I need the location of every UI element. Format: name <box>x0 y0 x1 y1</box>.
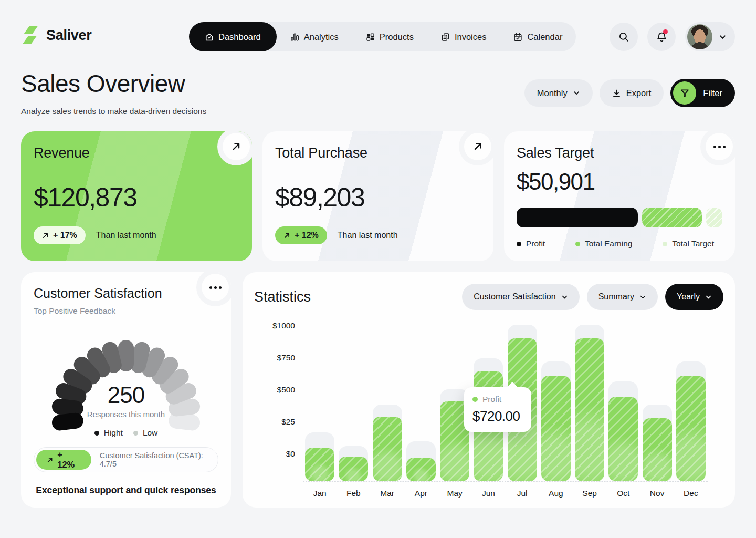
filter-label: Filter <box>703 88 722 98</box>
filter-button[interactable]: Filter <box>670 79 735 107</box>
topbar: Saliver Dashboard Analytics <box>21 22 735 51</box>
metric-label: Customer Satisfaction <box>474 292 556 302</box>
x-axis-label: May <box>438 489 471 498</box>
bar-fill <box>305 448 334 481</box>
bar-nov[interactable] <box>640 322 674 481</box>
chart-baseline <box>303 481 708 482</box>
search-button[interactable] <box>610 23 638 51</box>
sales-target-card: Sales Target $50,901 ProfitTotal Earning… <box>504 131 735 261</box>
legend-label: Total Earning <box>585 239 632 249</box>
gridline: $750 <box>303 358 708 358</box>
account-menu[interactable] <box>685 22 735 51</box>
legend-item: Total Earning <box>575 239 632 249</box>
kpi-cards-row: Revenue $120,873 + 17% Than last month T… <box>21 131 735 261</box>
nav-item-dashboard[interactable]: Dashboard <box>189 22 277 51</box>
arrow-up-right-icon <box>47 457 53 463</box>
notifications-button[interactable] <box>647 23 676 51</box>
bar-fill <box>373 417 402 481</box>
bar-fill <box>339 457 368 481</box>
nav-label: Calendar <box>527 32 562 42</box>
legend-item: Total Target <box>663 239 714 249</box>
gridline: $1000 <box>303 326 708 326</box>
bar-fill <box>575 338 604 481</box>
customer-satisfaction-card: Customer Satisfaction Top Positive Feedb… <box>21 272 231 508</box>
purchase-expand-button[interactable] <box>464 133 491 160</box>
legend-label: Profit <box>526 239 545 249</box>
bar-mar[interactable] <box>371 322 404 481</box>
x-axis-label: Sep <box>573 489 606 498</box>
export-button[interactable]: Export <box>600 79 664 107</box>
home-icon <box>205 33 214 42</box>
x-axis-label: Mar <box>371 489 404 498</box>
nav-item-analytics[interactable]: Analytics <box>277 22 352 51</box>
chart-tooltip: Profit $720.00 <box>464 387 531 432</box>
revenue-delta-badge: + 17% <box>34 226 86 244</box>
export-label: Export <box>626 88 652 98</box>
search-icon <box>618 32 629 42</box>
legend-label: Hight <box>104 428 123 438</box>
chevron-down-icon <box>705 294 712 301</box>
chevron-down-icon <box>573 89 580 97</box>
card-title: Revenue <box>34 145 239 161</box>
bar-sep[interactable] <box>573 322 606 481</box>
satisfaction-legend-item: Hight <box>94 428 123 438</box>
y-axis-tick: $500 <box>254 385 295 395</box>
legend-dot <box>517 242 521 246</box>
sales-target-value: $50,901 <box>517 169 722 195</box>
range-select[interactable]: Yearly <box>665 284 723 310</box>
summary-select[interactable]: Summary <box>587 284 658 310</box>
page-title: Sales Overview <box>21 69 185 98</box>
lightning-logo-icon <box>21 25 41 45</box>
satisfaction-legend-item: Low <box>133 428 158 438</box>
revenue-card: Revenue $120,873 + 17% Than last month <box>21 131 252 261</box>
calendar-icon <box>513 33 522 42</box>
csat-delta-badge: + 12% <box>36 450 91 470</box>
summary-label: Summary <box>598 292 634 302</box>
nav-item-calendar[interactable]: Calendar <box>500 22 576 51</box>
chevron-down-icon <box>561 294 568 301</box>
card-title: Total Purchase <box>275 145 481 161</box>
y-axis-tick: $0 <box>254 449 295 459</box>
sales-target-more-button[interactable] <box>706 133 733 160</box>
legend-label: Low <box>143 428 158 438</box>
bar-feb[interactable] <box>337 322 370 481</box>
nav-label: Invoices <box>455 32 487 42</box>
nav-item-invoices[interactable]: Invoices <box>427 22 500 51</box>
brand-name: Saliver <box>46 27 91 44</box>
x-axis-label: Aug <box>539 489 573 498</box>
bar-dec[interactable] <box>674 322 708 481</box>
tooltip-series-dot <box>472 397 478 402</box>
metric-select[interactable]: Customer Satisfaction <box>462 284 580 310</box>
page-subtitle: Analyze sales trends to make data-driven… <box>21 107 206 116</box>
bar-fill <box>406 458 436 481</box>
satisfaction-more-button[interactable] <box>202 274 229 301</box>
legend-dot <box>663 242 667 246</box>
target-segment-profit <box>517 208 638 227</box>
nav-label: Dashboard <box>218 32 261 42</box>
funnel-icon <box>680 88 690 98</box>
gauge-value: 250 <box>44 382 208 408</box>
nav-item-products[interactable]: Products <box>352 22 427 51</box>
csat-pill: + 12% Customer Satisfaction (CSAT): 4.7/… <box>34 447 218 472</box>
revenue-expand-button[interactable] <box>223 133 250 160</box>
purchase-delta-badge: + 12% <box>275 226 327 244</box>
bar-oct[interactable] <box>606 322 640 481</box>
dashboard-page: Saliver Dashboard Analytics <box>0 0 756 538</box>
target-segment-total-target <box>706 208 722 227</box>
y-axis-tick: $750 <box>254 353 295 363</box>
gridline: $0 <box>303 454 708 454</box>
bar-apr[interactable] <box>404 322 438 481</box>
card-title: Sales Target <box>517 145 722 161</box>
bar-jan[interactable] <box>303 322 337 481</box>
period-select[interactable]: Monthly <box>524 79 593 107</box>
sales-target-legend: ProfitTotal EarningTotal Target <box>517 239 722 249</box>
card-subtitle: Top Positive Feedback <box>34 306 218 316</box>
gauge-center: 250 Responses this month <box>44 382 208 419</box>
arrow-up-right-icon <box>284 232 290 239</box>
brand-logo[interactable]: Saliver <box>21 25 91 45</box>
arrow-up-right-icon <box>42 232 49 239</box>
revenue-value: $120,873 <box>34 182 239 213</box>
delta-value: + 12% <box>295 231 319 240</box>
statistics-filters: Customer Satisfaction Summary Yearly <box>462 284 723 310</box>
bar-aug[interactable] <box>539 322 573 481</box>
